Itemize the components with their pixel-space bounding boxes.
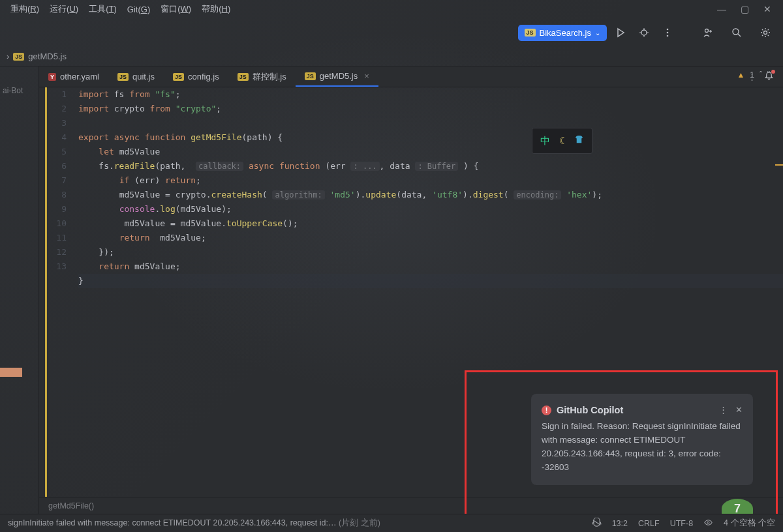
error-stripe[interactable] (775, 107, 783, 497)
status-position[interactable]: 13:2 (612, 519, 628, 528)
status-readonly-icon[interactable] (703, 518, 713, 529)
window-minimize[interactable]: — (717, 4, 726, 14)
tab-getmd5-js[interactable]: JS getMD5.js × (296, 66, 378, 87)
svg-line-12 (738, 34, 741, 37)
svg-point-0 (641, 30, 647, 35)
notification-close[interactable]: ✕ (735, 404, 743, 417)
yaml-icon: Y (48, 73, 56, 81)
warning-count: 1 (750, 70, 754, 80)
svg-point-5 (667, 29, 669, 31)
svg-point-15 (707, 522, 709, 524)
tab-quit-js[interactable]: JS quit.js (108, 66, 164, 87)
js-icon: JS (117, 73, 129, 81)
run-config-selector[interactable]: JS BikaSearch.js ⌄ (518, 25, 607, 41)
left-stripe-marker (0, 368, 22, 377)
svg-point-6 (667, 32, 669, 34)
error-icon: ! (542, 406, 551, 415)
tab-config-js[interactable]: JS config.js (164, 66, 228, 87)
chevron-right-icon: › (7, 52, 9, 61)
ime-zh-icon[interactable]: 中 (540, 134, 550, 148)
warning-icon: ▲ (737, 70, 745, 80)
menu-refactor[interactable]: 重构(R) (5, 1, 44, 17)
settings-button[interactable] (756, 23, 775, 42)
status-bar: signInInitiate failed with message: conn… (0, 514, 783, 532)
toolbar: JS BikaSearch.js ⌄ (0, 18, 783, 47)
window-close[interactable]: ✕ (763, 4, 771, 14)
prev-highlight[interactable]: ˆ (760, 70, 762, 80)
moon-icon[interactable]: ☾ (559, 134, 565, 148)
window-maximize[interactable]: ▢ (741, 4, 749, 14)
more-actions-button[interactable] (658, 23, 677, 42)
js-icon: JS (173, 73, 184, 81)
notification-body: Sign in failed. Reason: Request signInIn… (542, 420, 743, 475)
menu-git[interactable]: Git(G) (122, 3, 155, 16)
svg-point-7 (667, 35, 669, 37)
editor-tabs: Y other.yaml JS quit.js JS config.js JS … (39, 66, 783, 87)
tab-qunkongzhi-js[interactable]: JS 群控制.js (228, 66, 296, 87)
notification-title: GitHub Copilot (557, 403, 623, 417)
menu-tools[interactable]: 工具(T) (84, 1, 122, 17)
menu-run[interactable]: 运行(U) (44, 1, 84, 17)
status-eol[interactable]: CRLF (638, 519, 660, 528)
next-highlight[interactable]: ˇ (767, 70, 770, 80)
search-button[interactable] (727, 23, 746, 42)
status-indent[interactable]: 4 个空格 个空 (724, 518, 775, 529)
notification-balloon[interactable]: ! GitHub Copilot ⋮ ✕ Sign in failed. Rea… (531, 394, 753, 485)
shirt-icon[interactable] (574, 134, 584, 148)
js-icon: JS (305, 72, 316, 80)
menubar: 重构(R) 运行(U) 工具(T) Git(G) 窗口(W) 帮助(H) — ▢… (0, 0, 783, 18)
menu-window[interactable]: 窗口(W) (155, 1, 196, 17)
menu-help[interactable]: 帮助(H) (196, 1, 236, 17)
project-root-label: ai-Bot (0, 86, 38, 95)
chevron-down-icon: ⌄ (595, 29, 600, 37)
code-with-me-button[interactable] (698, 23, 718, 42)
status-copilot-icon[interactable] (592, 518, 602, 529)
breadcrumb-file[interactable]: getMD5.js (28, 52, 67, 61)
status-encoding[interactable]: UTF-8 (670, 519, 693, 528)
js-icon: JS (238, 73, 249, 81)
js-icon: JS (525, 29, 536, 37)
svg-point-8 (705, 29, 709, 33)
svg-point-11 (733, 29, 739, 35)
inspection-widget[interactable]: ▲ 1 ˆ ˇ (737, 70, 770, 80)
svg-point-13 (764, 31, 767, 35)
status-message[interactable]: signInInitiate failed with message: conn… (8, 518, 583, 529)
run-config-label: BikaSearch.js (540, 28, 591, 38)
run-button[interactable] (611, 23, 630, 42)
close-icon[interactable]: × (364, 71, 369, 81)
project-tool-window[interactable]: ai-Bot (0, 66, 39, 514)
function-breadcrumb[interactable]: getMd5File() (39, 497, 783, 514)
notification-more[interactable]: ⋮ (719, 404, 728, 417)
debug-button[interactable] (634, 23, 654, 42)
tab-other-yaml[interactable]: Y other.yaml (39, 66, 108, 87)
ime-widget[interactable]: 中 ☾ (532, 128, 592, 154)
js-icon: JS (13, 53, 24, 61)
breadcrumb: › JS getMD5.js (0, 47, 783, 66)
